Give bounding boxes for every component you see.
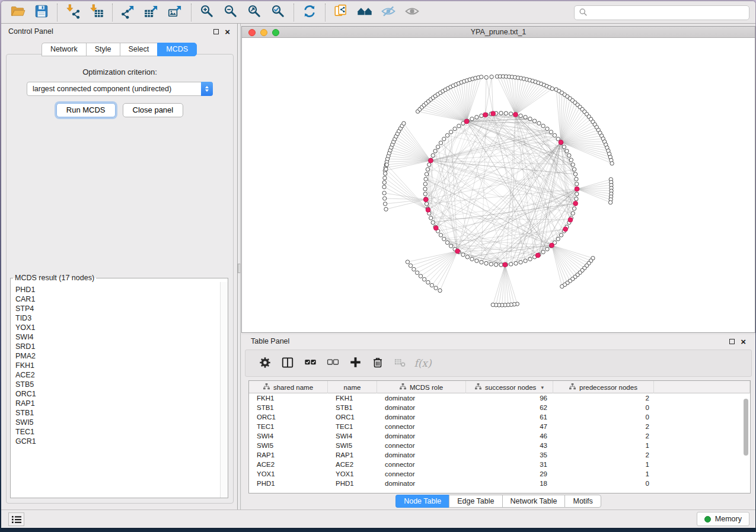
refresh-button[interactable] xyxy=(298,3,321,22)
float-panel-icon[interactable] xyxy=(213,29,219,34)
table-row[interactable]: RAP1RAP1dominator352 xyxy=(249,450,750,460)
first-neighbors-button[interactable] xyxy=(353,3,377,22)
import-table-button[interactable] xyxy=(85,3,109,22)
mcds-result-item[interactable]: TID3 xyxy=(15,313,219,323)
memory-label: Memory xyxy=(715,515,742,523)
mcds-tab-content: Optimization criterion: largest connecte… xyxy=(6,54,234,504)
open-network-button[interactable] xyxy=(6,3,30,22)
save-session-button[interactable] xyxy=(30,3,53,22)
mcds-result-item[interactable]: TEC1 xyxy=(15,427,219,437)
column-header-successor-nodes[interactable]: successor nodes▾ xyxy=(466,381,553,393)
table-row[interactable]: PHD1PHD1dominator180 xyxy=(249,479,750,488)
table-row[interactable]: ACE2ACE2connector311 xyxy=(249,460,750,469)
mcds-result-item[interactable]: CAR1 xyxy=(15,294,219,304)
run-mcds-button[interactable]: Run MCDS xyxy=(56,103,116,117)
zoom-selected-icon xyxy=(270,4,286,21)
minimize-window-icon[interactable] xyxy=(260,29,267,36)
close-panel-icon[interactable]: × xyxy=(225,29,230,34)
mcds-result-item[interactable]: STB5 xyxy=(15,380,219,389)
table-cell: FKH1 xyxy=(249,393,328,403)
mcds-result-item[interactable]: STP4 xyxy=(15,304,219,313)
criterion-select[interactable]: largest connected component (undirected) xyxy=(27,82,213,96)
export-network-button[interactable] xyxy=(116,3,140,22)
column-header-MCDS-role[interactable]: MCDS role xyxy=(377,381,466,393)
tab-motifs[interactable]: Motifs xyxy=(564,495,601,508)
table-cell: FKH1 xyxy=(328,393,377,403)
mcds-result-item[interactable]: FKH1 xyxy=(15,361,219,370)
deselect-all-columns-button[interactable] xyxy=(321,352,344,374)
mcds-result-group: MCDS result (17 nodes) PHD1CAR1STP4TID3Y… xyxy=(10,274,228,498)
close-panel-button[interactable]: Close panel xyxy=(123,103,184,117)
network-view-canvas[interactable] xyxy=(242,39,755,332)
table-row[interactable]: SWI5SWI5connector431 xyxy=(249,441,750,450)
tab-network[interactable]: Network xyxy=(42,43,86,56)
table-cell: connector xyxy=(377,441,466,450)
table-cell: ORC1 xyxy=(328,412,377,422)
zoom-selected-button[interactable] xyxy=(266,3,290,22)
mcds-result-item[interactable]: ORC1 xyxy=(15,389,219,399)
search-input[interactable] xyxy=(591,9,745,17)
mcds-result-item[interactable]: SRD1 xyxy=(15,342,219,351)
export-table-button[interactable] xyxy=(140,3,164,22)
mcds-result-item[interactable]: SWI5 xyxy=(15,418,219,427)
mcds-result-item[interactable]: ACE2 xyxy=(15,370,219,380)
table-cell: connector xyxy=(377,460,466,469)
new-network-from-selection-button[interactable] xyxy=(329,3,353,22)
add-column-button[interactable] xyxy=(344,352,366,374)
close-window-icon[interactable] xyxy=(248,29,256,36)
network-window-titlebar[interactable]: YPA_prune.txt_1 xyxy=(242,27,755,38)
task-history-button[interactable] xyxy=(8,512,24,526)
tab-select[interactable]: Select xyxy=(120,43,158,56)
search-box[interactable] xyxy=(574,5,749,20)
mcds-list-scrollbar[interactable] xyxy=(220,282,228,498)
table-row[interactable]: SWI4SWI4dominator462 xyxy=(249,431,750,441)
mcds-result-item[interactable]: RAP1 xyxy=(15,399,219,408)
split-columns-button[interactable] xyxy=(276,352,299,374)
tab-network-table[interactable]: Network Table xyxy=(502,495,565,508)
zoom-fit-button[interactable] xyxy=(243,3,266,22)
close-table-panel-icon[interactable]: × xyxy=(741,339,746,344)
import-network-icon xyxy=(65,4,81,21)
table-cell: SWI4 xyxy=(249,431,328,441)
node-table-header: shared namenameMCDS rolesuccessor nodes▾… xyxy=(249,381,750,393)
zoom-window-icon[interactable] xyxy=(272,29,279,36)
table-panel-title: Table Panel xyxy=(251,337,289,345)
gear-button[interactable] xyxy=(254,352,276,374)
column-header-predecessor-nodes[interactable]: predecessor nodes xyxy=(553,381,654,393)
select-all-columns-button[interactable] xyxy=(299,352,321,374)
table-row[interactable]: ORC1ORC1dominator610 xyxy=(249,412,750,422)
hide-selected-button[interactable] xyxy=(377,3,400,22)
mcds-result-item[interactable]: PHD1 xyxy=(15,285,219,294)
column-type-icon xyxy=(475,383,481,391)
delete-column-button[interactable] xyxy=(366,352,389,374)
tab-node-table[interactable]: Node Table xyxy=(395,495,449,508)
mcds-result-item[interactable]: STB1 xyxy=(15,408,219,418)
memory-button[interactable]: Memory xyxy=(697,512,749,526)
column-header-shared-name[interactable]: shared name xyxy=(249,381,328,393)
export-image-button[interactable] xyxy=(164,3,187,22)
table-row[interactable]: FKH1FKH1dominator962 xyxy=(249,393,750,403)
tab-mcds[interactable]: MCDS xyxy=(157,43,197,56)
column-header-name[interactable]: name xyxy=(328,381,377,393)
import-network-button[interactable] xyxy=(61,3,85,22)
table-cell xyxy=(654,422,750,431)
tab-style[interactable]: Style xyxy=(86,43,120,56)
table-row[interactable]: STB1STB1dominator620 xyxy=(249,403,750,412)
table-row[interactable]: TEC1TEC1connector472 xyxy=(249,422,750,431)
mcds-result-list[interactable]: PHD1CAR1STP4TID3YOX1SWI4SRD1PMA2FKH1ACE2… xyxy=(11,283,219,497)
combo-stepper-icon xyxy=(201,82,213,96)
mcds-result-item[interactable]: YOX1 xyxy=(15,323,219,332)
tab-edge-table[interactable]: Edge Table xyxy=(449,495,502,508)
node-table: shared namenameMCDS rolesuccessor nodes▾… xyxy=(248,380,751,493)
mcds-result-item[interactable]: GCR1 xyxy=(15,437,219,446)
show-all-button[interactable] xyxy=(400,3,424,22)
table-scrollbar[interactable] xyxy=(744,399,748,456)
float-table-panel-icon[interactable] xyxy=(729,339,735,344)
zoom-out-button[interactable] xyxy=(219,3,243,22)
table-toolbar: f(x) xyxy=(245,350,752,377)
table-row[interactable]: YOX1YOX1connector291 xyxy=(249,469,750,479)
table-cell: 61 xyxy=(466,412,553,422)
mcds-result-item[interactable]: PMA2 xyxy=(15,351,219,361)
mcds-result-item[interactable]: SWI4 xyxy=(15,332,219,342)
zoom-in-button[interactable] xyxy=(195,3,219,22)
